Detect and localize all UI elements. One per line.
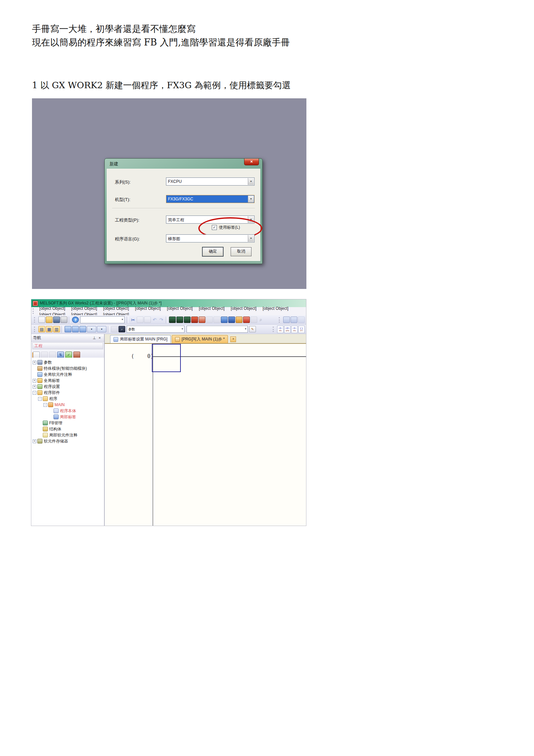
tab-prg-write-main[interactable]: [PRG]写入 MAIN (1)步 *	[172, 335, 228, 343]
expand-toggle[interactable]: +	[33, 379, 36, 383]
note-display-icon[interactable]	[79, 326, 86, 332]
function-block-window-toggle[interactable]: ▦	[46, 326, 53, 332]
pause-icon[interactable]	[251, 317, 257, 323]
menu-item[interactable]: [object Object]	[164, 305, 196, 312]
tree-item-label: MAIN	[55, 402, 65, 407]
new-data-icon[interactable]	[33, 352, 40, 358]
comment-display-icon[interactable]	[65, 326, 71, 332]
pc-write-icon[interactable]	[228, 317, 235, 323]
sort-icon[interactable]: ⇅	[57, 352, 64, 358]
close-tab-icon[interactable]: ×	[230, 336, 236, 342]
chevron-down-icon[interactable]: ▼	[248, 178, 254, 185]
navigation-window-toggle[interactable]: ▤	[38, 326, 45, 332]
delete-data-icon[interactable]	[49, 352, 56, 358]
zoom-icon[interactable]: ⌕	[258, 317, 264, 323]
expand-toggle[interactable]: -	[38, 397, 42, 401]
intro-text: 手冊寫一大堆，初學者還是看不懂怎麼寫 現在以簡易的程序來練習寫 FB 入門,進階…	[32, 22, 290, 49]
ladder-branch-icon[interactable]	[291, 317, 297, 323]
help-icon[interactable]: ?	[72, 317, 79, 323]
save-project-icon[interactable]	[53, 317, 60, 323]
close-icon[interactable]: ×	[244, 159, 259, 165]
monitor-write-mode-icon[interactable]	[191, 317, 198, 323]
cut-icon[interactable]: ✂	[130, 317, 136, 323]
tree-item-local-device-comment[interactable]: 局部软元件注释	[31, 432, 104, 438]
open-project-icon[interactable]	[46, 317, 53, 323]
expand-toggle[interactable]: -	[43, 403, 47, 407]
device-display-dropdown[interactable]: ▼	[97, 326, 106, 332]
pin-icon[interactable]: ⊥	[92, 336, 97, 340]
tree-item-fb[interactable]: FB管理	[31, 420, 104, 426]
ladder-block-icon[interactable]	[283, 317, 290, 323]
type-combo[interactable]: FX3G/FX3GC ▼	[166, 195, 255, 203]
close-contact-button[interactable]: ⊣/⊢sF5	[284, 326, 291, 333]
open-branch-button[interactable]: ⊣⊢F6	[291, 326, 298, 333]
menu-item[interactable]: [object Object]	[132, 305, 164, 312]
tree-item-special-module[interactable]: 特殊模块(智能功能模块)	[31, 365, 104, 371]
tree-item-pou[interactable]: - 程序部件	[31, 390, 104, 396]
toolbar-grip	[33, 308, 35, 314]
tree-item-device-memory[interactable]: + 软元件存储器	[31, 438, 104, 444]
statement-display-icon[interactable]	[72, 326, 79, 332]
paste-icon[interactable]	[144, 317, 151, 323]
expand-toggle[interactable]: +	[33, 439, 36, 443]
series-combo[interactable]: FXCPU ▼	[166, 177, 255, 186]
print-icon[interactable]	[61, 317, 67, 323]
tree-item-structure[interactable]: 结构体	[31, 426, 104, 432]
menu-item[interactable]: [object Object]	[228, 305, 260, 312]
project-tree: + 参数 特殊模块(智能功能模块) 全局软元件注释	[31, 358, 104, 526]
stop-monitor-icon[interactable]	[206, 317, 213, 323]
undo-icon[interactable]: ↶	[152, 317, 158, 323]
language-combo[interactable]: 梯形图 ▼	[166, 234, 255, 242]
new-project-icon[interactable]	[38, 317, 45, 323]
expand-toggle[interactable]: +	[33, 361, 36, 364]
tree-item-global-label[interactable]: + 全局标签	[31, 377, 104, 384]
chevron-down-icon[interactable]: ▼	[248, 235, 254, 242]
tab-local-label-setting[interactable]: 局部标签设置 MAIN [PRG]	[110, 335, 171, 343]
tree-item-program[interactable]: - 程序	[31, 396, 104, 402]
expand-toggle[interactable]: -	[33, 391, 36, 395]
find-icon[interactable]: ⌕	[119, 326, 125, 332]
ladder-edit-icon[interactable]	[298, 317, 305, 323]
tree-item-main[interactable]: - MAIN	[31, 402, 104, 408]
view-toolbar: ▤▦▥▼▼⌕参数✎ ⊣⊢F5⊣/⊢sF5⊣⊢F6( )F7	[31, 325, 306, 334]
doc-edit-icon[interactable]: ✎	[249, 326, 256, 332]
label-editor-icon	[113, 337, 118, 342]
main-program-icon	[48, 402, 53, 407]
monitor-mode-icon[interactable]	[184, 317, 191, 323]
remote-stop-icon[interactable]	[243, 317, 250, 323]
series-value: FXCPU	[166, 178, 254, 184]
program-check-icon[interactable]: ✓	[65, 352, 72, 358]
tree-item-program-body[interactable]: 程序本体	[31, 408, 104, 414]
device-combo[interactable]: 参数	[127, 326, 185, 333]
coil-button[interactable]: ( )F7	[298, 326, 305, 333]
write-mode-icon[interactable]	[169, 317, 176, 323]
tree-item-label: 全局标签	[44, 378, 60, 384]
ok-button[interactable]: 确定	[202, 247, 223, 256]
parameter-check-icon[interactable]	[236, 317, 242, 323]
display-mode-dropdown[interactable]: ▼	[87, 326, 96, 332]
output-window-toggle[interactable]: ▥	[53, 326, 60, 332]
read-mode-icon[interactable]	[176, 317, 183, 323]
redo-icon[interactable]: ↷	[158, 317, 164, 323]
tree-item-local-label[interactable]: 局部标签	[31, 414, 104, 420]
cancel-button[interactable]: 取消	[231, 247, 252, 256]
close-icon[interactable]: ×	[97, 336, 102, 340]
device-test-icon[interactable]	[213, 317, 220, 323]
tree-item-global-device-comment[interactable]: 全局软元件注释	[31, 371, 104, 377]
fb-instance-icon[interactable]	[73, 352, 80, 358]
pc-read-icon[interactable]	[221, 317, 228, 323]
value-combo[interactable]	[187, 326, 248, 333]
menu-item[interactable]: [object Object]	[196, 305, 228, 312]
chevron-down-icon[interactable]: ▼	[248, 196, 254, 202]
menu-item[interactable]: [object Object]	[260, 305, 292, 312]
keyword-combo[interactable]	[80, 316, 125, 323]
tree-item-program-setting[interactable]: + 程序设置	[31, 384, 104, 390]
tree-item-parameter[interactable]: + 参数	[31, 359, 104, 365]
open-contact-button[interactable]: ⊣⊢F5	[277, 326, 283, 333]
ladder-canvas[interactable]: ( 0)	[105, 344, 306, 526]
edit-data-icon[interactable]	[41, 352, 48, 358]
copy-icon[interactable]	[137, 317, 143, 323]
start-monitor-icon[interactable]	[199, 317, 205, 323]
watch-icon[interactable]	[111, 326, 118, 332]
expand-toggle[interactable]: +	[33, 385, 36, 389]
